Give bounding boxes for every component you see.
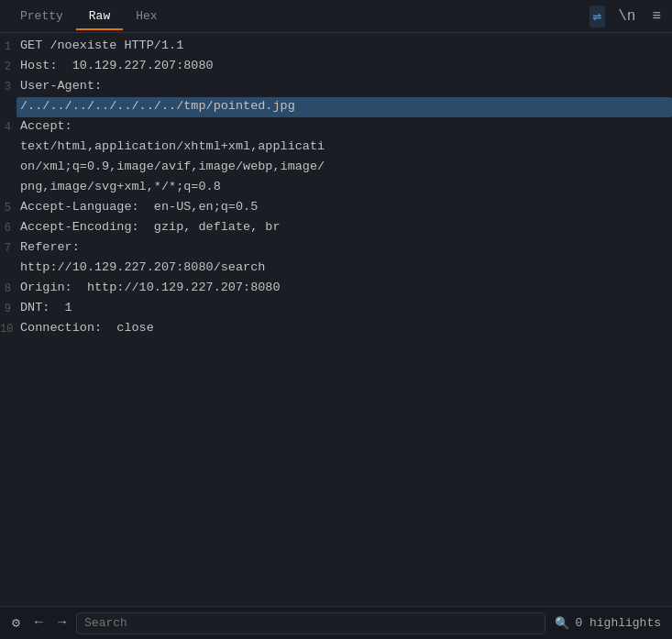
line-content: GET /noexiste HTTP/1.1 bbox=[17, 37, 672, 57]
line-number: 9 bbox=[0, 299, 17, 319]
line-number bbox=[0, 158, 17, 178]
table-row: on/xml;q=0.9,image/avif,image/webp,image… bbox=[0, 158, 672, 178]
main-area: 1GET /noexiste HTTP/1.12Host: 10.129.227… bbox=[0, 33, 672, 606]
search-icon: 🔍 bbox=[555, 616, 569, 631]
line-content: Accept-Encoding: gzip, deflate, br bbox=[17, 218, 672, 238]
tab-raw[interactable]: Raw bbox=[76, 4, 123, 30]
line-number bbox=[0, 138, 17, 158]
table-row: 7Referer: bbox=[0, 238, 672, 259]
table-row: 4Accept: bbox=[0, 117, 672, 138]
line-content: Connection: close bbox=[17, 319, 672, 339]
table-row: /../../../../../../../tmp/pointed.jpg bbox=[0, 97, 672, 117]
bottom-bar: ⚙ ← → 🔍 0 highlights bbox=[0, 606, 672, 639]
tab-hex[interactable]: Hex bbox=[123, 4, 170, 30]
line-content: on/xml;q=0.9,image/avif,image/webp,image… bbox=[17, 158, 672, 178]
line-content: DNT: 1 bbox=[17, 299, 672, 319]
table-row: 10Connection: close bbox=[0, 319, 672, 339]
line-content: Origin: http://10.129.227.207:8080 bbox=[17, 279, 672, 299]
line-content: Host: 10.129.227.207:8080 bbox=[17, 57, 672, 77]
table-row: 1GET /noexiste HTTP/1.1 bbox=[0, 37, 672, 57]
table-row: 8Origin: http://10.129.227.207:8080 bbox=[0, 279, 672, 299]
table-row: png,image/svg+xml,*/*;q=0.8 bbox=[0, 178, 672, 198]
line-number: 5 bbox=[0, 198, 17, 218]
line-number: 1 bbox=[0, 37, 17, 57]
toolbar-actions: ⇌ \n ≡ bbox=[589, 6, 665, 28]
table-row: http://10.129.227.207:8080/search bbox=[0, 259, 672, 279]
line-content: png,image/svg+xml,*/*;q=0.8 bbox=[17, 178, 672, 198]
line-number: 10 bbox=[0, 319, 17, 339]
line-number bbox=[0, 97, 17, 117]
back-icon[interactable]: ← bbox=[30, 612, 48, 633]
line-number: 7 bbox=[0, 238, 17, 259]
line-content: User-Agent: bbox=[17, 77, 672, 97]
table-row: text/html,application/xhtml+xml,applicat… bbox=[0, 138, 672, 158]
tab-bar: Pretty Raw Hex ⇌ \n ≡ bbox=[0, 0, 672, 33]
newline-icon[interactable]: \n bbox=[614, 6, 639, 27]
line-content: text/html,application/xhtml+xml,applicat… bbox=[17, 138, 672, 158]
line-number: 2 bbox=[0, 57, 17, 77]
tab-pretty[interactable]: Pretty bbox=[7, 4, 76, 30]
menu-icon[interactable]: ≡ bbox=[648, 6, 665, 27]
table-row: 6Accept-Encoding: gzip, deflate, br bbox=[0, 218, 672, 238]
line-content: Accept-Language: en-US,en;q=0.5 bbox=[17, 198, 672, 218]
line-number: 3 bbox=[0, 77, 17, 97]
search-wrap bbox=[76, 612, 545, 634]
line-content: http://10.129.227.207:8080/search bbox=[17, 259, 672, 279]
search-input[interactable] bbox=[84, 616, 537, 630]
table-row: 9DNT: 1 bbox=[0, 299, 672, 319]
line-number bbox=[0, 259, 17, 279]
forward-icon[interactable]: → bbox=[53, 612, 71, 633]
line-number: 8 bbox=[0, 279, 17, 299]
table-row: 5Accept-Language: en-US,en;q=0.5 bbox=[0, 198, 672, 218]
wrap-icon[interactable]: ⇌ bbox=[589, 6, 606, 28]
content-area[interactable]: 1GET /noexiste HTTP/1.12Host: 10.129.227… bbox=[0, 33, 672, 606]
line-content: Referer: bbox=[17, 238, 672, 259]
line-content: Accept: bbox=[17, 117, 672, 138]
line-number: 6 bbox=[0, 218, 17, 238]
settings-icon[interactable]: ⚙ bbox=[7, 611, 25, 634]
line-number bbox=[0, 178, 17, 198]
table-row: 3User-Agent: bbox=[0, 77, 672, 97]
highlights-count: 0 highlights bbox=[575, 616, 665, 630]
table-row: 2Host: 10.129.227.207:8080 bbox=[0, 57, 672, 77]
line-number: 4 bbox=[0, 117, 17, 138]
line-content: /../../../../../../../tmp/pointed.jpg bbox=[17, 97, 672, 117]
